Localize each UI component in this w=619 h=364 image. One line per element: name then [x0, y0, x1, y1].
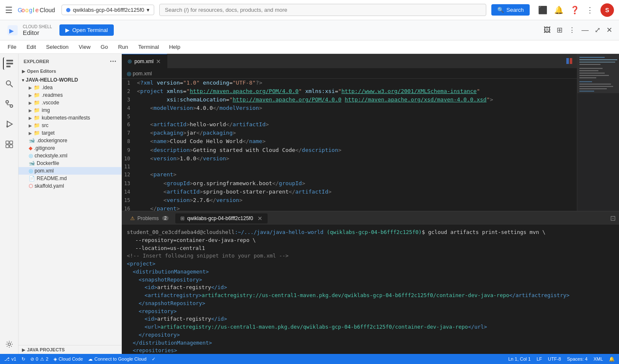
folder-icon: 📁 — [34, 115, 40, 121]
tab-empty-space — [167, 54, 562, 68]
folder-src[interactable]: ▶ 📁 src — [19, 122, 121, 129]
more-options-icon[interactable]: ⋮ — [568, 26, 576, 35]
terminal-content[interactable]: student_00_ce3cdfaeba4d@cloudshell:~/...… — [122, 225, 619, 354]
close-shell-icon[interactable]: ✕ — [606, 26, 612, 35]
split-icon[interactable]: ⊞ — [557, 26, 563, 35]
status-position[interactable]: Ln 1, Col 1 — [508, 356, 531, 361]
external-link-icon[interactable]: ⤢ — [595, 26, 600, 35]
menu-file[interactable]: File — [3, 42, 21, 52]
file-dockerfile[interactable]: 🐋 Dockerfile — [19, 159, 121, 167]
tab-pomxml[interactable]: ◎ pom.xml ✕ — [122, 54, 167, 68]
tab-terminal[interactable]: ⊞ qwiklabs-gcp-04-b6fff2c125f0 ✕ — [175, 213, 267, 223]
folder-img[interactable]: ▶ 📁 img — [19, 106, 121, 114]
minimap-toggle[interactable] — [562, 54, 577, 68]
file-dockerignore[interactable]: 🐋 .dockerignore — [19, 137, 121, 144]
global-search-input[interactable] — [159, 4, 486, 16]
minimize-icon[interactable]: — — [581, 26, 589, 35]
svg-point-15 — [10, 105, 13, 107]
terminal-split-icon[interactable]: ⊡ — [610, 214, 616, 222]
terminal-line-10: </snapshotRepository> — [127, 300, 614, 308]
project-selector[interactable]: qwiklabs-gcp-04-b6fff2c125f0 ▾ — [62, 5, 154, 15]
terminal-tab-icon: ⊞ — [180, 215, 185, 221]
branch-icon: ⎇ — [4, 356, 10, 362]
status-errors[interactable]: ⊘ 0 ⚠ 2 — [30, 356, 48, 362]
editor-area: ◎ pom.xml ✕ ◎ pom.xml — [122, 54, 577, 211]
menu-run[interactable]: Run — [114, 42, 132, 52]
menu-edit[interactable]: Edit — [22, 42, 40, 52]
more-vert-icon[interactable]: ⋮ — [586, 5, 594, 15]
status-connect-cloud[interactable]: ☁ Connect to Google Cloud — [88, 356, 147, 362]
svg-line-13 — [10, 85, 13, 87]
folder-idea[interactable]: ▶ 📁 .idea — [19, 84, 121, 91]
terminal-command: $ gcloud artifacts print-settings mvn \ — [422, 229, 546, 235]
terminal-nav-icon[interactable]: ⬛ — [538, 5, 547, 15]
folder-vscode[interactable]: ▶ 📁 .vscode — [19, 99, 121, 106]
status-line-ending[interactable]: LF — [536, 356, 542, 361]
file-checkstyle[interactable]: ◎ checkstyle.xml — [19, 152, 121, 159]
bell-icon[interactable]: 🔔 — [554, 5, 563, 15]
file-readme[interactable]: 📄 README.md — [19, 175, 121, 182]
terminal-tab-close[interactable]: ✕ — [257, 215, 263, 222]
activity-extensions[interactable] — [3, 138, 16, 151]
file-pomxml[interactable]: ◎ pom.xml — [19, 167, 121, 175]
status-cloud-code[interactable]: ◈ Cloud Code — [54, 356, 83, 362]
status-language[interactable]: XML — [593, 356, 603, 361]
activity-explorer[interactable] — [3, 57, 16, 70]
cloud-shell-label: CLOUD SHELL — [23, 24, 52, 29]
status-check[interactable]: ✓ — [152, 356, 155, 362]
folder-readmes[interactable]: ▶ 📁 .readmes — [19, 91, 121, 99]
help-icon[interactable]: ❓ — [570, 5, 579, 15]
terminal-project: (qwiklabs-gcp-04-b6fff2c125f0) — [327, 229, 422, 235]
open-editors-section: ▶ Open Editors — [19, 67, 121, 75]
terminal-line-1: --repository=container-dev-java-repo \ — [127, 236, 614, 244]
open-editors-title[interactable]: ▶ Open Editors — [19, 68, 121, 74]
menu-terminal[interactable]: Terminal — [134, 42, 163, 52]
nav-icons: ⬛ 🔔 ❓ ⋮ S — [538, 3, 614, 17]
sidebar-more-icon[interactable]: ⋯ — [110, 57, 116, 65]
menu-selection[interactable]: Selection — [42, 42, 72, 52]
java-projects-title[interactable]: ▶ JAVA PROJECTS — [19, 346, 121, 353]
folder-chevron-idea: ▶ — [29, 85, 32, 90]
folder-kubernetes[interactable]: ▶ 📁 kubernetes-manifests — [19, 114, 121, 122]
svg-text:l: l — [33, 7, 34, 13]
status-notifications[interactable]: 🔔 — [609, 356, 615, 362]
editor-code-area: ◎ pom.xml ✕ ◎ pom.xml — [122, 54, 619, 211]
code-line-6: 6 <artifactId>hello-world</artifactId> — [122, 120, 577, 129]
avatar[interactable]: S — [600, 3, 614, 17]
tab-close-pomxml[interactable]: ✕ — [156, 58, 161, 65]
open-terminal-button[interactable]: ▶ Open Terminal — [59, 24, 113, 36]
activity-settings[interactable] — [3, 338, 16, 351]
activity-source-control[interactable] — [3, 98, 16, 110]
google-cloud-logo[interactable]: G o o g l e Cloud — [18, 5, 56, 15]
terminal-user: student_00_ce3cdfaeba4d@cloudshell — [127, 229, 235, 235]
file-gitignore[interactable]: ◆ .gitignore — [19, 144, 121, 152]
svg-point-14 — [6, 101, 8, 103]
code-line-13: 13 <groupId>org.springframework.boot</gr… — [122, 179, 577, 188]
search-button[interactable]: 🔍 Search — [491, 4, 530, 16]
root-folder-title[interactable]: ▾ JAVA-HELLO-WORLD — [19, 76, 121, 84]
activity-search[interactable] — [3, 77, 16, 90]
java-projects-chevron: ▶ — [22, 348, 25, 352]
menu-go[interactable]: Go — [96, 42, 112, 52]
hamburger-icon[interactable]: ☰ — [5, 5, 13, 15]
readme-icon: 📄 — [29, 175, 35, 181]
menu-help[interactable]: Help — [165, 42, 185, 52]
camera-icon[interactable]: 🖼 — [544, 26, 551, 35]
file-skaffold[interactable]: ⬡ skaffold.yaml — [19, 182, 121, 190]
code-editor[interactable]: 1 <?xml version="1.0" encoding="UTF-8"?>… — [122, 79, 577, 211]
svg-text:e: e — [35, 7, 39, 13]
status-encoding[interactable]: UTF-8 — [548, 356, 561, 361]
root-folder-section: ▾ JAVA-HELLO-WORLD ▶ 📁 .idea ▶ 📁 .readme… — [19, 75, 121, 191]
status-sync[interactable]: ↻ — [21, 356, 25, 362]
cloud-shell-bar: ▶ CLOUD SHELL Editor ▶ Open Terminal 🖼 ⊞… — [0, 20, 619, 40]
tab-problems[interactable]: ⚠ Problems 2 — [125, 214, 174, 223]
status-spaces[interactable]: Spaces: 4 — [567, 356, 587, 361]
status-branch[interactable]: ⎇ v1 — [4, 356, 16, 362]
check-icon: ✓ — [152, 356, 155, 362]
activity-run-debug[interactable] — [3, 118, 16, 130]
folder-target[interactable]: ▶ 📁 target — [19, 129, 121, 137]
menu-view[interactable]: View — [75, 42, 95, 52]
code-line-14: 14 <artifactId>spring-boot-starter-paren… — [122, 188, 577, 196]
menu-bar: File Edit Selection View Go Run Terminal… — [0, 40, 619, 54]
folder-chevron-vscode: ▶ — [29, 101, 32, 105]
